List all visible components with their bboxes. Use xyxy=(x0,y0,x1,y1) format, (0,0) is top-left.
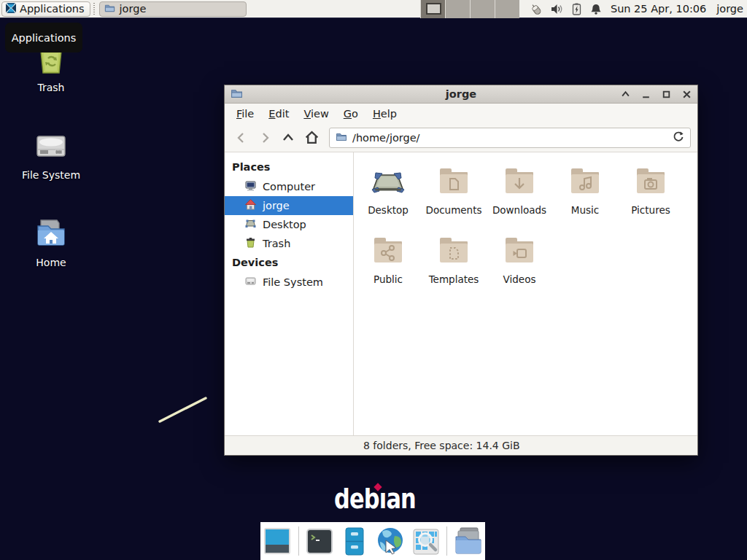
home-folder-icon[interactable] xyxy=(453,526,484,556)
sidebar-places-header: Places xyxy=(225,158,353,177)
menu-go[interactable]: Go xyxy=(336,105,365,122)
forward-button[interactable] xyxy=(255,128,275,148)
top-panel: Applications jorge xyxy=(0,0,747,18)
folder-videos-icon xyxy=(502,233,537,271)
home-icon xyxy=(244,198,257,213)
home-folder-icon xyxy=(34,216,69,253)
system-tray xyxy=(530,3,602,15)
file-item-templates[interactable]: Templates xyxy=(421,233,487,302)
folder-pictures-icon xyxy=(633,163,668,201)
statusbar-text: 8 folders, Free space: 14.4 GiB xyxy=(363,440,520,451)
panel-handle xyxy=(92,3,96,15)
workspace-1[interactable] xyxy=(420,0,445,18)
web-browser-icon[interactable] xyxy=(375,526,406,556)
close-button[interactable] xyxy=(682,90,692,99)
menu-help[interactable]: Help xyxy=(365,105,404,122)
file-manager-window: jorge File Edit View Go Help xyxy=(224,85,698,456)
desktop-icon-home[interactable]: Home xyxy=(7,216,95,268)
folder-music-icon xyxy=(568,163,603,201)
xfce-applications-icon xyxy=(5,2,17,16)
hard-drive-icon xyxy=(34,128,69,166)
computer-icon xyxy=(244,179,257,194)
dock-separator xyxy=(298,526,299,556)
trash-icon xyxy=(244,236,257,251)
volume-icon[interactable] xyxy=(551,3,563,15)
file-manager-icon[interactable] xyxy=(340,526,369,556)
bottom-dock xyxy=(260,522,485,560)
sidebar-item-desktop[interactable]: Desktop xyxy=(225,215,353,234)
folder-downloads-icon xyxy=(502,163,537,201)
window-titlebar[interactable]: jorge xyxy=(225,85,697,104)
desktop-icon xyxy=(371,163,406,201)
location-bar[interactable]: /home/jorge/ xyxy=(329,128,691,148)
home-button[interactable] xyxy=(301,128,322,148)
terminal-icon[interactable] xyxy=(305,526,334,556)
location-path[interactable]: /home/jorge/ xyxy=(352,132,667,144)
sidebar-item-jorge[interactable]: jorge xyxy=(225,196,353,215)
show-desktop-icon[interactable] xyxy=(262,526,293,556)
panel-clock[interactable]: Sun 25 Apr, 10:06 xyxy=(611,3,706,15)
workspace-3[interactable] xyxy=(470,0,495,18)
debian-logo: debıan xyxy=(334,481,436,518)
statusbar: 8 folders, Free space: 14.4 GiB xyxy=(225,435,697,455)
folder-documents-icon xyxy=(436,163,471,201)
dock-separator xyxy=(446,526,447,556)
sidebar-item-trash[interactable]: Trash xyxy=(225,234,353,253)
file-list: Desktop Documents Downloads Music Pictur… xyxy=(354,152,697,435)
applications-menu-button[interactable]: Applications xyxy=(1,1,90,17)
taskbar-window-button[interactable]: jorge xyxy=(99,1,247,17)
menu-file[interactable]: File xyxy=(229,105,261,122)
file-item-music[interactable]: Music xyxy=(552,163,618,233)
folder-templates-icon xyxy=(436,233,471,271)
menu-edit[interactable]: Edit xyxy=(261,105,296,122)
panel-username[interactable]: jorge xyxy=(716,3,743,15)
application-finder-icon[interactable] xyxy=(411,526,441,556)
menu-view[interactable]: View xyxy=(296,105,336,122)
battery-charging-icon[interactable] xyxy=(571,3,582,15)
applications-menu-label: Applications xyxy=(20,3,85,15)
workspace-4[interactable] xyxy=(495,0,519,18)
workspace-2[interactable] xyxy=(445,0,470,18)
file-item-downloads[interactable]: Downloads xyxy=(487,163,552,233)
notifications-bell-icon[interactable] xyxy=(590,3,602,15)
file-item-public[interactable]: Public xyxy=(355,233,421,302)
file-item-videos[interactable]: Videos xyxy=(487,233,552,302)
menubar: File Edit View Go Help xyxy=(225,104,697,123)
file-item-documents[interactable]: Documents xyxy=(421,163,487,233)
folder-public-icon xyxy=(371,233,406,271)
taskbar-window-label: jorge xyxy=(120,3,147,15)
minimize-button[interactable] xyxy=(641,90,651,99)
mouse-icon[interactable] xyxy=(530,3,543,15)
toolbar: /home/jorge/ xyxy=(225,123,697,152)
file-item-desktop[interactable]: Desktop xyxy=(355,163,421,233)
up-button[interactable] xyxy=(278,128,298,148)
sidebar-item-file-system[interactable]: File System xyxy=(225,273,353,292)
hard-drive-icon xyxy=(244,275,257,289)
sidebar: Places Computer jorge Desktop Trash Devi… xyxy=(225,152,354,435)
sidebar-item-computer[interactable]: Computer xyxy=(225,177,353,196)
folder-icon xyxy=(336,131,347,145)
sidebar-devices-header: Devices xyxy=(225,253,353,273)
wallpaper-line-artifact xyxy=(155,394,212,427)
desktop-icon-file-system[interactable]: File System xyxy=(7,128,95,181)
workspace-switcher[interactable] xyxy=(420,0,519,18)
reload-icon[interactable] xyxy=(673,131,684,145)
shade-button[interactable] xyxy=(621,90,630,99)
folder-icon xyxy=(104,2,115,15)
back-button[interactable] xyxy=(231,128,252,148)
file-item-pictures[interactable]: Pictures xyxy=(618,163,684,233)
maximize-button[interactable] xyxy=(662,90,671,99)
desktop-icon-label: Trash xyxy=(38,82,65,93)
desktop-icon xyxy=(244,217,257,232)
desktop-icon-label: File System xyxy=(22,169,80,181)
desktop-icon-label: Home xyxy=(36,257,66,268)
applications-tooltip: Applications xyxy=(5,23,82,52)
